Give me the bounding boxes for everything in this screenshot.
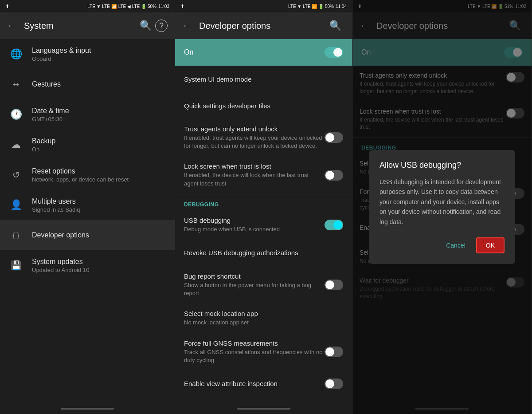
dialog-cancel-button[interactable]: Cancel: [439, 237, 473, 253]
reset-icon: ↺: [7, 166, 25, 184]
nav-list: 🌐 Languages & input Gboard ↔ Gestures 🕐 …: [0, 39, 175, 403]
middle-settings-list: System UI demo mode Quick settings devel…: [175, 66, 352, 403]
network-icons-mid: LTE ▼ LTE 📶 🔋 50%: [288, 4, 334, 9]
help-icon-left[interactable]: ?: [155, 20, 168, 32]
home-indicator-mid: [175, 403, 352, 414]
settings-sublabel-gnss: Track all GNSS constellations and freque…: [184, 348, 325, 364]
toggle-lockscreen[interactable]: [325, 170, 343, 181]
settings-sublabel-mock-location: No mock location app set: [184, 319, 343, 327]
nav-sublabel-backup: On: [32, 146, 55, 153]
toolbar-mid: ← Developer options 🔍: [175, 12, 352, 39]
settings-item-usb-debug[interactable]: USB debugging Debug mode when USB is con…: [175, 210, 352, 240]
nav-label-updates: System updates: [32, 258, 89, 266]
settings-label-trust-extend: Trust agents only extend unlock: [184, 125, 325, 133]
toggle-bug-report[interactable]: [325, 280, 343, 290]
nav-item-gestures[interactable]: ↔ Gestures: [0, 69, 175, 99]
settings-sublabel-trust-extend: If enabled, trust agents will keep your …: [184, 134, 325, 150]
gestures-icon: ↔: [7, 75, 25, 93]
settings-label-bug-report: Bug report shortcut: [184, 272, 325, 280]
toggle-trust-extend[interactable]: [325, 132, 343, 143]
right-panel: ⬆ LTE ▼ LTE 📶 🔋 51% 11:02 ← Developer op…: [352, 0, 532, 414]
status-left-icon: ⬆: [5, 4, 9, 9]
developer-toggle[interactable]: [325, 47, 343, 58]
dialog-overlay: Allow USB debugging? USB debugging is in…: [352, 0, 532, 414]
users-icon: 👤: [7, 196, 25, 214]
page-title-left: System: [24, 21, 136, 31]
nav-sublabel-datetime: GMT+05:30: [32, 116, 69, 122]
nav-item-languages[interactable]: 🌐 Languages & input Gboard: [0, 39, 175, 69]
status-icons-left: LTE ▼ LTE 📶 LTE ◀ LTE 🔋 50% 11:03: [87, 4, 169, 9]
middle-panel: ⬆ LTE ▼ LTE 📶 🔋 50% 11:04 ← Developer op…: [175, 0, 352, 414]
nav-sublabel-updates: Updated to Android 10: [32, 267, 89, 273]
developer-on-label: On: [184, 48, 325, 56]
nav-item-developer[interactable]: {} Developer options: [0, 220, 175, 250]
nav-label-datetime: Date & time: [32, 107, 69, 115]
home-bar-mid: [237, 408, 290, 410]
search-icon-mid[interactable]: 🔍: [326, 16, 345, 35]
settings-label-gnss: Force full GNSS measurements: [184, 339, 325, 347]
nav-label-gestures: Gestures: [32, 80, 61, 88]
toggle-thumb: [333, 48, 342, 57]
toggle-gnss[interactable]: [325, 347, 343, 357]
nav-label-multiuser: Multiple users: [32, 197, 80, 205]
developer-icon: {}: [7, 226, 25, 244]
settings-sublabel-bug-report: Show a button in the power menu for taki…: [184, 281, 325, 297]
status-icons-mid: LTE ▼ LTE 📶 🔋 50% 11:04: [288, 4, 347, 9]
settings-label-mock-location: Select mock location app: [184, 310, 343, 317]
settings-label-lockscreen: Lock screen when trust is lost: [184, 162, 325, 170]
updates-icon: 💾: [7, 256, 25, 274]
nav-item-updates[interactable]: 💾 System updates Updated to Android 10: [0, 250, 175, 280]
settings-item-view-attr[interactable]: Enable view attribute inspection: [175, 371, 352, 397]
settings-item-revoke-usb[interactable]: Revoke USB debugging authorizations: [175, 240, 352, 266]
nav-item-datetime[interactable]: 🕐 Date & time GMT+05:30: [0, 99, 175, 130]
nav-label-languages: Languages & input: [32, 47, 91, 55]
nav-item-multiuser[interactable]: 👤 Multiple users Signed in as Sadiq: [0, 190, 175, 220]
settings-label-qstiles: Quick settings developer tiles: [184, 102, 343, 110]
settings-item-uidemo[interactable]: System UI demo mode: [175, 66, 352, 92]
network-icons-left: LTE ▼ LTE 📶: [87, 4, 116, 9]
settings-label-revoke-usb: Revoke USB debugging authorizations: [184, 249, 343, 256]
toolbar-left: ← System 🔍 ?: [0, 12, 175, 39]
back-button-left[interactable]: ←: [7, 20, 17, 32]
nav-sublabel-multiuser: Signed in as Sadiq: [32, 206, 80, 213]
settings-item-qstiles[interactable]: Quick settings developer tiles: [175, 92, 352, 119]
backup-icon: ☁: [7, 136, 25, 154]
usb-debug-dialog: Allow USB debugging? USB debugging is in…: [369, 150, 515, 264]
globe-icon: 🌐: [7, 45, 25, 63]
nav-label-reset: Reset options: [32, 167, 129, 175]
dialog-ok-button[interactable]: OK: [476, 237, 505, 253]
nav-item-reset[interactable]: ↺ Reset options Network, apps, or device…: [0, 160, 175, 190]
settings-sublabel-lockscreen: If enabled, the device will lock when th…: [184, 171, 325, 187]
status-bar-left: ⬆ LTE ▼ LTE 📶 LTE ◀ LTE 🔋 50% 11:03: [0, 0, 175, 12]
settings-item-bug-report[interactable]: Bug report shortcut Show a button in the…: [175, 266, 352, 304]
settings-sublabel-usb-debug: Debug mode when USB is connected: [184, 225, 325, 233]
left-panel: ⬆ LTE ▼ LTE 📶 LTE ◀ LTE 🔋 50% 11:03 ← Sy…: [0, 0, 175, 414]
settings-label-view-attr: Enable view attribute inspection: [184, 380, 325, 387]
battery-left: LTE ◀ LTE 🔋 50%: [118, 4, 156, 9]
nav-item-backup[interactable]: ☁ Backup On: [0, 130, 175, 160]
settings-item-lockscreen[interactable]: Lock screen when trust is lost If enable…: [175, 156, 352, 193]
page-title-mid: Developer options: [199, 21, 326, 31]
nav-label-backup: Backup: [32, 137, 55, 145]
developer-on-bar: On: [175, 39, 352, 66]
nav-sublabel-reset: Network, apps, or device can be reset: [32, 176, 129, 183]
settings-item-trust-extend[interactable]: Trust agents only extend unlock If enabl…: [175, 119, 352, 156]
settings-label-usb-debug: USB debugging: [184, 217, 325, 224]
time-mid: 11:04: [336, 4, 347, 9]
time-left: 11:03: [158, 4, 169, 9]
toggle-usb-debug[interactable]: [325, 220, 343, 230]
dialog-buttons: Cancel OK: [379, 237, 505, 253]
dialog-title: Allow USB debugging?: [379, 161, 505, 170]
toggle-view-attr[interactable]: [325, 379, 343, 389]
section-header-debugging: DEBUGGING: [175, 194, 352, 210]
settings-item-gnss[interactable]: Force full GNSS measurements Track all G…: [175, 333, 352, 371]
home-indicator-left: [0, 403, 175, 414]
back-button-mid[interactable]: ←: [182, 20, 192, 32]
clock-icon: 🕐: [7, 106, 25, 123]
nav-sublabel-languages: Gboard: [32, 55, 91, 62]
search-icon-left[interactable]: 🔍: [136, 16, 155, 35]
settings-item-mock-location[interactable]: Select mock location app No mock locatio…: [175, 304, 352, 333]
nav-label-developer: Developer options: [32, 231, 89, 239]
status-mid-icon: ⬆: [180, 4, 184, 9]
status-bar-mid: ⬆ LTE ▼ LTE 📶 🔋 50% 11:04: [175, 0, 352, 12]
